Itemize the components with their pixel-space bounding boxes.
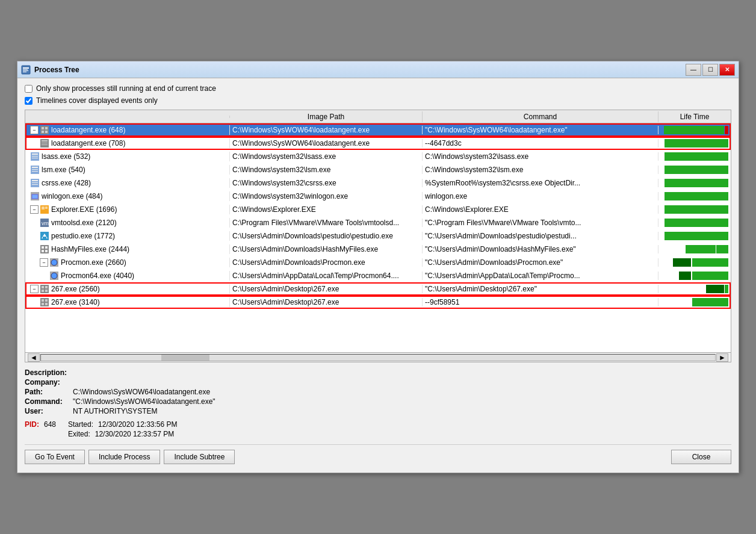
process-icon [40, 125, 49, 135]
expand-button[interactable]: − [30, 126, 39, 134]
row-name-cell: Procmon64.exe (4040) [25, 271, 230, 281]
row-command-cell: C:\Windows\system32\lsm.exe [423, 166, 658, 174]
svg-rect-24 [32, 182, 38, 183]
row-lifetime-cell [658, 258, 731, 267]
info-section: Description: Company: Path: C:\Windows\S… [25, 362, 731, 444]
table-row[interactable]: winlogon.exe (484) C:\Windows\system32\w… [25, 190, 731, 203]
row-command-cell: "C:\Users\Admin\Downloads\HashMyFiles.ex… [423, 245, 658, 253]
close-button[interactable]: Close [671, 450, 731, 464]
only-show-checkbox[interactable] [25, 85, 33, 93]
hashmyfiles-icon [40, 244, 49, 254]
svg-rect-37 [45, 246, 48, 249]
svg-point-41 [51, 259, 57, 265]
table-row[interactable]: lsm.exe (540) C:\Windows\system32\lsm.ex… [25, 163, 731, 176]
scroll-right-btn[interactable]: ► [716, 353, 728, 362]
svg-rect-45 [42, 286, 44, 288]
process-icon [30, 191, 40, 201]
table-row[interactable]: − loadatangent.exe (648) C:\Windows\SysW… [25, 123, 731, 137]
row-command-cell: %SystemRoot%\system32\csrss.exe ObjectDi… [423, 179, 658, 187]
description-label: Description: [25, 368, 73, 377]
h-scrollbar-track[interactable] [40, 354, 716, 361]
process-name: Explorer.EXE (1696) [51, 205, 117, 214]
row-command-cell: --9cf58951 [423, 298, 658, 306]
svg-rect-34 [43, 237, 46, 238]
pestudio-icon [40, 231, 49, 241]
table-row[interactable]: HashMyFiles.exe (2444) C:\Users\Admin\Do… [25, 243, 731, 256]
expand-button[interactable]: − [30, 205, 39, 214]
svg-text:vm: vm [42, 220, 49, 226]
include-process-button[interactable]: Include Process [88, 450, 160, 464]
checkbox-row-1: Only show processes still running at end… [25, 84, 731, 93]
lifetime-bar-partial-end [706, 285, 728, 293]
timelines-label[interactable]: Timelines cover displayed events only [36, 96, 158, 105]
row-lifetime-cell [658, 219, 731, 227]
row-image-cell: C:\Users\Admin\AppData\Local\Temp\Procmo… [230, 272, 423, 280]
only-show-label[interactable]: Only show processes still running at end… [36, 84, 216, 93]
col-header-name [25, 116, 230, 118]
table-row[interactable]: Procmon64.exe (4040) C:\Users\Admin\AppD… [25, 269, 731, 282]
path-label: Path: [25, 388, 73, 396]
h-scrollbar-thumb[interactable] [161, 355, 209, 361]
info-path-row: Path: C:\Windows\SysWOW64\loadatangent.e… [25, 388, 731, 396]
window-body: Only show processes still running at end… [17, 78, 739, 473]
include-subtree-button[interactable]: Include Subtree [164, 450, 235, 464]
process-name: 267.exe (3140) [51, 298, 100, 306]
procmon-icon [49, 271, 59, 281]
exited-row: Exited: 12/30/2020 12:33:57 PM [68, 430, 177, 438]
table-row[interactable]: vm vmtoolsd.exe (2120) C:\Program Files\… [25, 216, 731, 229]
row-lifetime-cell [658, 272, 731, 280]
expand-button[interactable]: − [40, 258, 48, 267]
timelines-checkbox[interactable] [25, 97, 33, 105]
row-lifetime-cell [658, 232, 731, 240]
table-row[interactable]: − Procmon.exe (2660) C:\Users\Admin\Down… [25, 256, 731, 269]
maximize-button[interactable]: ☐ [702, 64, 718, 76]
minimize-button[interactable]: — [686, 64, 701, 76]
footer-left-buttons: Go To Event Include Process Include Subt… [25, 450, 235, 464]
row-lifetime-cell [658, 179, 731, 187]
svg-rect-39 [45, 250, 48, 252]
row-image-cell: C:\Users\Admin\Downloads\pestudio\pestud… [230, 232, 423, 240]
lifetime-bar-partial3 [679, 272, 728, 280]
started-row: Started: 12/30/2020 12:33:56 PM [68, 420, 177, 429]
svg-rect-13 [42, 144, 48, 145]
table-row[interactable]: − 267.exe (2560) C:\Users\Admin\Desktop\… [25, 282, 731, 296]
scroll-left-btn[interactable]: ◄ [28, 353, 40, 362]
table-row[interactable]: − Explorer.EXE (1696) C:\Windows\Explore… [25, 203, 731, 216]
svg-rect-19 [32, 167, 38, 168]
row-lifetime-cell [658, 205, 731, 214]
row-name-cell: lsm.exe (540) [25, 165, 230, 175]
table-row[interactable]: loadatangent.exe (708) C:\Windows\SysWOW… [25, 137, 731, 150]
lifetime-bar-partial [686, 245, 728, 253]
table-row[interactable]: csrss.exe (428) C:\Windows\system32\csrs… [25, 176, 731, 190]
lifetime-bar [665, 192, 728, 200]
row-command-cell: --4647dd3c [423, 139, 658, 147]
row-image-cell: C:\Users\Admin\Downloads\HashMyFiles.exe [230, 245, 423, 253]
started-exited-block: Started: 12/30/2020 12:33:56 PM Exited: … [68, 420, 177, 438]
title-buttons: — ☐ ✕ [686, 64, 735, 76]
started-label: Started: [68, 420, 93, 429]
tree-body[interactable]: − loadatangent.exe (648) C:\Windows\SysW… [25, 123, 731, 352]
process-name: HashMyFiles.exe (2444) [51, 245, 129, 253]
svg-rect-1 [23, 67, 29, 69]
svg-rect-20 [32, 169, 38, 170]
row-name-cell: 267.exe (3140) [25, 297, 230, 307]
go-to-event-button[interactable]: Go To Event [25, 450, 85, 464]
svg-rect-17 [32, 158, 38, 158]
svg-rect-16 [32, 156, 38, 157]
row-lifetime-cell [658, 152, 731, 161]
row-image-cell: C:\Users\Admin\Downloads\Procmon.exe [230, 258, 423, 267]
process-name: lsm.exe (540) [42, 166, 85, 174]
table-row[interactable]: lsass.exe (532) C:\Windows\system32\lsas… [25, 150, 731, 163]
svg-rect-47 [42, 290, 44, 292]
close-title-button[interactable]: ✕ [719, 64, 735, 76]
table-row[interactable]: 267.exe (3140) C:\Users\Admin\Desktop\26… [25, 296, 731, 309]
table-row[interactable]: pestudio.exe (1772) C:\Users\Admin\Downl… [25, 229, 731, 243]
process-name: vmtoolsd.exe (2120) [51, 219, 117, 227]
command-value: "C:\Windows\SysWOW64\loadatangent.exe" [73, 397, 215, 406]
svg-rect-8 [42, 131, 44, 133]
process-name: loadatangent.exe (648) [51, 126, 125, 134]
row-lifetime-cell [658, 139, 731, 147]
procmon-icon [49, 258, 59, 267]
row-lifetime-cell [658, 192, 731, 200]
expand-button[interactable]: − [30, 285, 39, 293]
